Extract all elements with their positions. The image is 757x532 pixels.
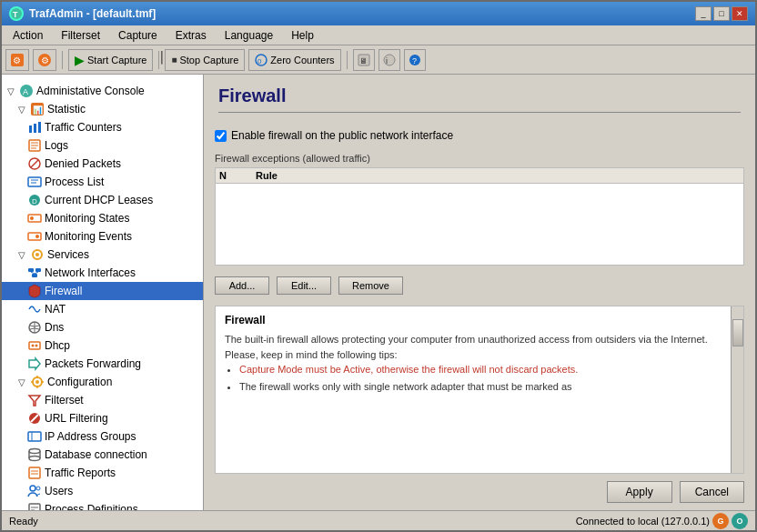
sidebar-item-users[interactable]: Users [2, 482, 203, 500]
sidebar-item-denied-packets[interactable]: Denied Packets [2, 155, 203, 173]
menu-capture[interactable]: Capture [111, 27, 165, 44]
info-box: Firewall The built-in firewall allows pr… [215, 306, 744, 474]
panel-header: Firewall [204, 75, 755, 129]
process-definitions-icon [27, 502, 42, 510]
sidebar-item-dhcp[interactable]: Dhcp [2, 336, 203, 355]
sidebar-item-filterset[interactable]: Filterset [2, 391, 203, 409]
sidebar-item-dns[interactable]: Dns [2, 318, 203, 336]
connection-icon-teal: O [732, 513, 748, 529]
svg-text:⚙: ⚙ [41, 55, 49, 65]
cancel-button[interactable]: Cancel [680, 481, 744, 503]
info-scrollbar[interactable] [731, 306, 743, 473]
sidebar-item-process-definitions[interactable]: Process Definitions [2, 500, 203, 510]
scrollbar-thumb [732, 319, 743, 346]
toolbar-help-button[interactable]: ? [404, 49, 426, 71]
sidebar-item-statistic-label: Statistic [47, 103, 86, 115]
add-button[interactable]: Add... [215, 276, 269, 295]
remove-button[interactable]: Remove [338, 276, 403, 295]
svg-rect-19 [34, 124, 36, 133]
action-row: Apply Cancel [204, 474, 755, 510]
sidebar-item-database-connection-label: Database connection [45, 448, 147, 461]
toolbar-icon-btn-3[interactable]: 🖥 [353, 49, 375, 71]
close-button[interactable]: ✕ [732, 6, 748, 21]
sidebar-item-firewall-label: Firewall [45, 285, 82, 297]
sidebar-item-admin-console[interactable]: ▽ A Administative Console [2, 82, 203, 100]
svg-rect-18 [29, 125, 32, 133]
admin-console-icon: A [19, 84, 34, 98]
config-icon [30, 375, 45, 389]
sidebar-item-logs[interactable]: Logs [2, 136, 203, 155]
nat-icon [27, 302, 42, 316]
svg-text:?: ? [412, 56, 417, 65]
sidebar-item-process-list-label: Process List [45, 176, 104, 188]
info-para-1: The built-in firewall allows protecting … [225, 332, 734, 362]
toolbar-icon-btn-4[interactable]: i [378, 49, 400, 71]
btn-row: Add... Edit... Remove [215, 273, 744, 298]
maximize-button[interactable]: □ [713, 6, 730, 21]
enable-firewall-checkbox[interactable] [215, 130, 227, 142]
sidebar-item-filterset-label: Filterset [45, 394, 84, 407]
svg-rect-45 [29, 342, 40, 349]
statistic-expand-icon: ▽ [16, 104, 27, 115]
sidebar-item-configuration[interactable]: ▽ Configuration [2, 373, 203, 391]
menu-extras[interactable]: Extras [168, 27, 214, 44]
svg-rect-39 [35, 268, 41, 272]
expand-icon: ▽ [5, 85, 16, 96]
sidebar-item-admin-console-label: Administative Console [36, 85, 145, 97]
sidebar-item-network-interfaces[interactable]: Network Interfaces [2, 264, 203, 282]
svg-text:T: T [13, 10, 18, 19]
menu-action[interactable]: Action [5, 27, 50, 44]
svg-point-67 [36, 487, 40, 490]
toolbar-sep-1 [62, 51, 63, 69]
play-icon: ▶ [75, 53, 85, 67]
svg-point-62 [29, 457, 40, 461]
sidebar-item-statistic[interactable]: ▽ 📊 Statistic [2, 100, 203, 118]
svg-text:⚙: ⚙ [13, 55, 21, 65]
sidebar-item-monitoring-events[interactable]: Monitoring Events [2, 227, 203, 246]
edit-button[interactable]: Edit... [277, 276, 331, 295]
menu-help[interactable]: Help [284, 27, 321, 44]
sidebar-item-packets-forwarding[interactable]: Packets Forwarding [2, 355, 203, 373]
sidebar-item-monitoring-states-label: Monitoring States [45, 212, 129, 225]
sidebar-item-monitoring-states[interactable]: Monitoring States [2, 209, 203, 227]
svg-line-41 [31, 272, 35, 274]
menu-filterset[interactable]: Filterset [54, 27, 107, 44]
enable-firewall-label[interactable]: Enable firewall on the public network in… [231, 129, 453, 142]
minimize-button[interactable]: _ [695, 6, 712, 21]
window-title: TrafAdmin - [default.tmf] [29, 7, 156, 20]
sidebar-item-nat[interactable]: NAT [2, 300, 203, 318]
services-expand-icon: ▽ [16, 249, 27, 260]
sidebar-item-database-connection[interactable]: Database connection [2, 446, 203, 464]
sidebar-item-process-list[interactable]: Process List [2, 173, 203, 191]
sidebar-item-traffic-reports[interactable]: Traffic Reports [2, 464, 203, 482]
sidebar-item-ip-address-groups[interactable]: IP Address Groups [2, 427, 203, 446]
zero-counters-icon: 0 [255, 54, 267, 66]
sidebar-item-firewall[interactable]: Firewall [2, 282, 203, 300]
sidebar-item-current-dhcp[interactable]: D Current DHCP Leases [2, 191, 203, 209]
sidebar-item-traffic-counters[interactable]: Traffic Counters [2, 118, 203, 136]
zero-counters-button[interactable]: 0 Zero Counters [248, 49, 340, 71]
sidebar-item-services[interactable]: ▽ Services [2, 246, 203, 264]
sidebar-item-logs-label: Logs [45, 139, 68, 152]
svg-text:D: D [32, 197, 37, 206]
apply-button[interactable]: Apply [607, 481, 672, 503]
svg-text:i: i [386, 56, 388, 65]
sidebar-item-services-label: Services [47, 248, 89, 261]
sidebar-item-url-filtering-label: URL Filtering [45, 412, 108, 425]
stop-capture-button[interactable]: ■ Stop Capture [165, 49, 245, 71]
start-capture-button[interactable]: ▶ Start Capture [68, 49, 153, 71]
sidebar-item-traffic-counters-label: Traffic Counters [45, 121, 122, 134]
exceptions-table-body [215, 184, 744, 266]
toolbar-icon-btn-2[interactable]: ⚙ [33, 49, 56, 71]
svg-rect-27 [28, 177, 41, 186]
toolbar-sep-2: │ [158, 51, 159, 69]
panel-body: Enable firewall on the public network in… [204, 129, 755, 474]
sidebar-item-url-filtering[interactable]: URL Filtering [2, 409, 203, 427]
toolbar-icon-btn-1[interactable]: ⚙ [5, 49, 29, 71]
main-content: ▽ A Administative Console ▽ 📊 Statistic … [2, 75, 755, 510]
menu-bar: Action Filterset Capture Extras Language… [2, 25, 755, 45]
sidebar-item-process-definitions-label: Process Definitions [45, 503, 138, 510]
sidebar-item-current-dhcp-label: Current DHCP Leases [45, 194, 153, 206]
menu-language[interactable]: Language [217, 27, 280, 44]
svg-point-35 [35, 235, 39, 238]
